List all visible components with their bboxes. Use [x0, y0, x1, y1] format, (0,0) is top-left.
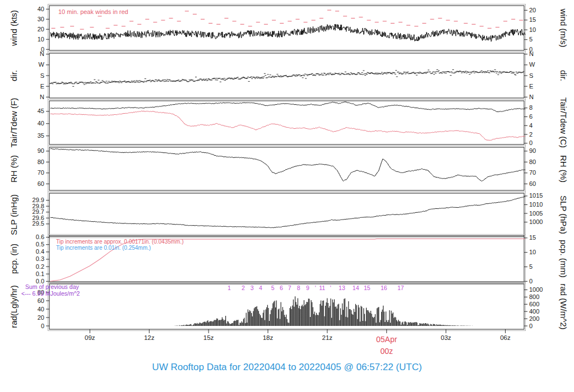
hour-mark-3: 3 — [251, 284, 254, 291]
tick-label-right: 6 — [529, 113, 533, 120]
series-relative-humidity — [50, 148, 525, 181]
tick-label-right: S — [529, 72, 533, 79]
tick-label-right: 0 — [529, 139, 533, 146]
panel-rh: 6070809060708090RH (%)RH (%) — [9, 146, 568, 192]
tick-label-left: 29.5 — [33, 220, 44, 227]
tick-label-right: 15 — [529, 234, 536, 241]
tick-label-left: 20 — [38, 26, 44, 32]
tick-label-right: N — [529, 50, 534, 57]
series-solar-radiation — [175, 296, 472, 326]
hour-mark-': ' — [315, 284, 316, 291]
tick-label-left: N — [40, 50, 44, 57]
tick-label-left: 40 — [38, 6, 44, 12]
x-tick-label: 15z — [203, 334, 214, 341]
annotation-pcp-0: Tip increments are approx. 0.00171in. (0… — [56, 239, 184, 245]
tick-label-right: 90 — [529, 147, 536, 154]
tick-label-right: N — [529, 94, 534, 100]
panel-frame — [49, 193, 524, 236]
tick-label-right: 10 — [529, 26, 536, 33]
tick-label-left: 60 — [38, 297, 44, 304]
hour-mark-2: 2 — [242, 284, 245, 291]
tick-label-left: 30 — [38, 16, 44, 22]
tick-label-left: 0.4 — [36, 248, 44, 255]
tick-label-left: 29.8 — [33, 203, 44, 209]
tick-label-left: 0.3 — [36, 255, 44, 262]
hour-mark-14: 14 — [353, 284, 359, 291]
tick-label-right: 1000 — [529, 286, 543, 293]
panel-slp: 29.529.629.729.829.91000100510101015SLP … — [9, 192, 568, 238]
panel-halo — [48, 100, 526, 146]
tick-label-left: E — [40, 83, 44, 90]
tick-label-left: N — [40, 94, 44, 100]
axis-title-left-pcp: pcp. (in) — [9, 244, 18, 274]
tick-label-left: 35 — [38, 132, 44, 139]
x-tick-label-date: 05Apr — [376, 335, 397, 344]
hour-mark-9: 9 — [306, 284, 309, 291]
tick-label-left: 20 — [38, 314, 44, 321]
x-tick-label-00z: 00z — [380, 347, 393, 356]
x-tick-label: 12z — [144, 334, 155, 341]
panel-rad: 02040608002004006008001000rad(Lgly/hr)ra… — [9, 283, 568, 331]
hour-mark-': ' — [330, 284, 331, 291]
axis-title-right-wind: wind (m/s) — [559, 8, 568, 47]
chart-title: UW Rooftop Data for 20220404 to 20220405… — [152, 362, 422, 372]
chart-generated-content: 01020304005101520wind (kts)wind (m/s)10 … — [9, 4, 568, 356]
axis-title-left-slp: SLP (inHg) — [9, 194, 18, 235]
panel-frame — [49, 284, 524, 329]
annotation-wind-0: 10 min. peak winds in red — [58, 8, 128, 15]
tick-label-right: 1010 — [529, 201, 543, 208]
hour-mark-15: 15 — [364, 284, 371, 291]
tick-label-left: 60 — [38, 180, 44, 187]
tick-label-right: W — [529, 61, 535, 68]
axis-title-right-rh: RH (%) — [559, 155, 568, 183]
series-t-air — [50, 102, 525, 112]
panel-halo — [48, 146, 526, 192]
panel-halo — [48, 52, 526, 100]
x-tick-label: 09z — [85, 334, 95, 341]
series-t-dew — [50, 111, 525, 141]
tick-label-left: 29.9 — [33, 197, 44, 203]
axis-title-left-dir: dir. — [9, 70, 18, 81]
axis-title-left-tair: Tair/Tdew (F) — [9, 98, 18, 147]
panel-frame — [49, 147, 524, 190]
tick-label-left: 0.6 — [36, 234, 44, 240]
hour-mark-5: 5 — [271, 284, 275, 291]
tick-label-right: 1015 — [529, 192, 543, 199]
panel-dir: NESWNNESWNdir.dir. — [9, 50, 568, 100]
axis-title-right-dir: dir. — [559, 70, 568, 81]
annotation-pcp-1: Tip increments are 0.01in. (0.254mm.) — [56, 245, 151, 251]
tick-label-right: 8 — [529, 104, 533, 111]
tick-label-left: 40 — [38, 120, 44, 127]
tick-label-right: 5 — [529, 36, 533, 43]
tick-label-right: 1005 — [529, 210, 543, 217]
series-wind-direction — [49, 69, 524, 86]
tick-label-right: 80 — [529, 158, 536, 165]
annotation-rad-1: <--- 6.93 MJoules/m^2 — [21, 290, 80, 297]
x-tick-label: 18z — [263, 334, 274, 341]
tick-label-right: 1000 — [529, 218, 543, 225]
tick-label-right: 10 — [529, 249, 536, 255]
meteogram-chart: 01020304005101520wind (kts)wind (m/s)10 … — [0, 0, 574, 392]
tick-label-left: 0.5 — [36, 241, 44, 248]
panel-frame — [49, 101, 524, 144]
panel-halo — [48, 192, 526, 238]
series-sea-level-pressure — [50, 197, 525, 228]
tick-label-right: 5 — [529, 263, 533, 270]
tick-label-right: 400 — [529, 308, 539, 315]
tick-label-left: W — [39, 61, 45, 68]
hour-mark-1: 1 — [228, 284, 231, 291]
hour-mark-13: 13 — [339, 284, 345, 291]
tick-label-left: S — [40, 72, 44, 79]
tick-label-right: 60 — [529, 180, 536, 187]
hour-mark-11: 11 — [319, 284, 325, 291]
axis-title-right-slp: SLP (hPa) — [559, 195, 568, 234]
axis-title-right-rad: rad (W/m^2) — [559, 283, 568, 329]
tick-label-right: 20 — [529, 7, 536, 13]
tick-label-left: 45 — [38, 108, 44, 114]
panel-frame — [49, 53, 524, 98]
hour-mark-7: 7 — [288, 284, 291, 291]
tick-label-right: 800 — [529, 293, 539, 300]
tick-label-left: 0.1 — [36, 270, 44, 277]
axis-title-left-rh: RH (%) — [9, 155, 18, 183]
tick-label-left: 70 — [38, 169, 44, 176]
